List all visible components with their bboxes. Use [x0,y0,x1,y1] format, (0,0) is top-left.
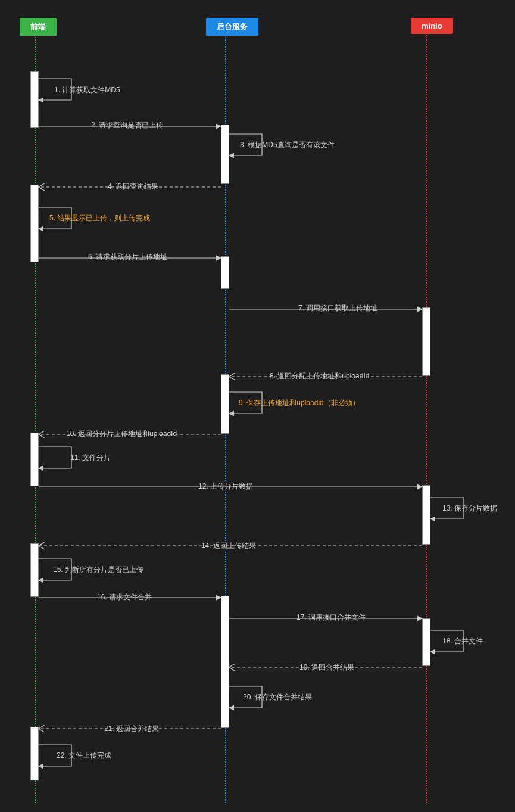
msg-10: 10. 返回分分片上传地址和uploadId [64,429,179,439]
msg-11: 11. 文件分片 [68,453,113,463]
msg-3: 3. 根据MD5查询是否有该文件 [238,140,336,150]
msg-17: 17. 调用接口合并文件 [295,612,367,623]
activation [422,618,430,666]
msg-8: 8. 返回分配上传地址和uploadId [268,371,371,381]
activation [221,125,229,184]
msg-4: 4. 返回查询结果 [106,182,160,192]
msg-12: 12. 上传分片数据 [196,481,255,491]
msg-1: 1. 计算获取文件MD5 [52,85,122,95]
activation [221,596,229,728]
msg-18: 18. 合并文件 [441,636,485,646]
msg-9: 9. 保存上传地址和uploadid（非必须） [237,398,361,408]
msg-5: 5. 结果显示已上传，则上传完成 [48,213,152,223]
msg-2: 2. 请求查询是否已上传 [89,120,165,130]
msg-14: 14. 返回上传结果 [199,541,258,551]
lifeline-frontend [35,35,36,803]
activation [30,543,39,597]
activation [422,485,430,545]
msg-22: 22. 文件上传完成 [55,751,113,761]
participant-minio: minio [411,18,453,34]
participant-frontend: 前端 [20,18,57,36]
msg-19: 19. 返回合并结果 [298,662,356,673]
activation [30,727,39,780]
msg-7: 7. 调用接口获取上传地址 [296,303,379,313]
sequence-diagram: 前端 后台服务 minio 1. 计算获取文件MD5 2. 请求查询是否已上传 … [0,0,515,812]
activation [30,433,39,486]
msg-16: 16. 请求文件合并 [95,592,154,602]
activation [221,256,229,289]
participant-backend: 后台服务 [206,18,258,36]
lifeline-minio [426,35,427,803]
activation [422,307,430,376]
activation [30,71,39,128]
msg-6: 6. 请求获取分片上传地址 [86,252,169,262]
msg-20: 20. 保存文件合并结果 [241,692,314,702]
msg-21: 21. 返回合并结果 [102,724,161,734]
activation [221,374,229,434]
msg-15: 15. 判断所有分片是否已上传 [51,565,145,575]
activation [30,185,39,262]
msg-13: 13. 保存分片数据 [441,503,499,514]
